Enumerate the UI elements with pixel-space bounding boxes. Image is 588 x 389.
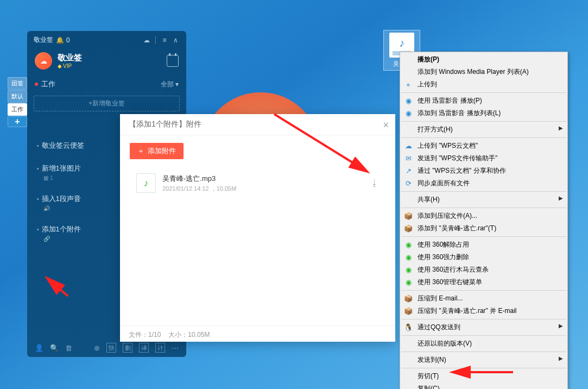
chevron-down-icon[interactable]: ∧ <box>171 36 180 45</box>
menu-xunlei-list[interactable]: ◉ 添加到 迅雷影音 播放列表(L) <box>400 107 567 120</box>
globe-icon: ● <box>403 79 413 89</box>
menu-qq-send[interactable]: 🐧 通过QQ发送到▶ <box>400 321 567 334</box>
sync-icon: ⟳ <box>403 178 413 188</box>
360-icon: ◉ <box>403 277 413 287</box>
menu-wps-sync[interactable]: ⟳ 同步桌面所有文件 <box>400 177 567 190</box>
bell-count: 0 <box>66 36 70 44</box>
left-tabs: 团签 默认 工作 + <box>8 77 27 127</box>
winrar-icon: 📦 <box>403 293 413 303</box>
360-icon: ◉ <box>403 265 413 274</box>
menu-rar-addto[interactable]: 📦 添加到 "吴青峰-逃亡.rar"(T) <box>400 222 567 235</box>
xunlei-icon: ◉ <box>403 108 413 118</box>
menu-icon[interactable]: ≡ <box>160 36 169 45</box>
music-file-icon: ♪ <box>136 173 156 193</box>
cloud-icon[interactable]: ☁ <box>142 36 151 45</box>
category-row: 工作 全部 ▾ <box>27 76 186 93</box>
file-count: 文件：1/10 <box>129 330 161 340</box>
submenu-arrow-icon: ▶ <box>559 195 563 201</box>
app-titlebar: 敬业签 🔔 0 ☁ ≡ ∧ <box>27 31 186 49</box>
category-label: 工作 <box>41 79 55 89</box>
menu-zip-email[interactable]: 📦 压缩到 E-mail... <box>400 292 567 305</box>
menu-360-unlock[interactable]: ◉ 使用 360解除占用 <box>400 239 567 251</box>
calendar-icon[interactable] <box>167 55 179 67</box>
menu-open-with[interactable]: 打开方式(H)▶ <box>400 123 567 136</box>
brand-logo: ☁ <box>35 52 52 70</box>
qq-icon: 🐧 <box>403 322 413 332</box>
menu-cut[interactable]: 剪切(T) <box>400 370 567 382</box>
download-icon[interactable]: ⭳ <box>370 178 379 188</box>
menu-360-delete[interactable]: ◉ 使用 360强力删除 <box>400 251 567 263</box>
tab-add[interactable]: + <box>8 116 27 127</box>
attachment-file-row[interactable]: ♪ 吴青峰-逃亡.mp3 2021/01/12 14:12 ，10.05M ⭳ <box>130 168 385 198</box>
submenu-arrow-icon: ▶ <box>559 323 563 329</box>
bell-icon[interactable]: 🔔 <box>55 36 64 45</box>
menu-send-to[interactable]: 发送到(N)▶ <box>400 354 567 366</box>
share-icon: ↗ <box>403 166 413 175</box>
calc-button[interactable]: 计 <box>155 343 165 353</box>
menu-restore[interactable]: 还原以前的版本(V) <box>400 337 567 350</box>
menu-add-wmp[interactable]: 添加到 Windows Media Player 列表(A) <box>400 66 567 78</box>
menu-play[interactable]: 播放(P) <box>400 53 567 66</box>
menu-wps-send[interactable]: ✉ 发送到 "WPS文件传输助手" <box>400 152 567 165</box>
menu-upload-to[interactable]: ● 上传到 <box>400 78 567 91</box>
add-icon[interactable]: ⊕ <box>94 344 100 352</box>
category-all-button[interactable]: 全部 ▾ <box>161 80 179 89</box>
close-icon[interactable]: × <box>383 120 389 131</box>
cloud-icon: ☁ <box>403 141 413 150</box>
winrar-icon: 📦 <box>403 223 413 233</box>
quick-button[interactable]: 快 <box>106 343 116 353</box>
add-note-button[interactable]: +新增敬业签 <box>34 96 180 111</box>
menu-share[interactable]: 共享(H)▶ <box>400 193 567 206</box>
plus-icon: ＋ <box>137 146 144 156</box>
file-name: 吴青峰-逃亡.mp3 <box>162 174 364 184</box>
submenu-arrow-icon: ▶ <box>559 125 563 131</box>
menu-xunlei-play[interactable]: ◉ 使用 迅雷影音 播放(P) <box>400 95 567 107</box>
user-icon[interactable]: 👤 <box>35 344 43 352</box>
winrar-icon: 📦 <box>403 306 413 316</box>
360-icon: ◉ <box>403 240 413 249</box>
attachment-footer: 文件：1/10 大小：10.05M <box>120 325 395 344</box>
menu-copy[interactable]: 复制(C) <box>400 382 567 389</box>
vip-badge: ◆VIP <box>58 63 82 69</box>
more-icon[interactable]: ⋯ <box>172 344 179 352</box>
translate-button[interactable]: 译 <box>139 343 149 353</box>
submenu-arrow-icon: ▶ <box>559 355 563 361</box>
menu-zip-to-email[interactable]: 📦 压缩到 "吴青峰-逃亡.rar" 并 E-mail <box>400 305 567 317</box>
menu-360-menu[interactable]: ◉ 使用 360管理右键菜单 <box>400 276 567 288</box>
app-title: 敬业签 <box>34 35 53 45</box>
file-size: 大小：10.05M <box>168 330 210 340</box>
context-menu: 播放(P) 添加到 Windows Media Player 列表(A) ● 上… <box>400 52 568 389</box>
xunlei-icon: ◉ <box>403 96 413 105</box>
menu-wps-upload[interactable]: ☁ 上传到 "WPS云文档" <box>400 140 567 152</box>
menu-360-scan[interactable]: ◉ 使用 360进行木马云查杀 <box>400 263 567 276</box>
category-dot <box>35 83 38 86</box>
menu-rar-add[interactable]: 📦 添加到压缩文件(A)... <box>400 210 567 222</box>
tab-work[interactable]: 工作 <box>8 103 27 116</box>
360-icon: ◉ <box>403 252 413 262</box>
winrar-icon: 📦 <box>403 211 413 221</box>
search-icon[interactable]: 🔍 <box>50 344 59 352</box>
attachment-header: 【添加1个附件】附件 × <box>120 114 395 135</box>
delete-button[interactable]: 删 <box>123 343 132 353</box>
menu-wps-share[interactable]: ↗ 通过 "WPS云文档" 分享和协作 <box>400 165 567 177</box>
attachment-panel: 【添加1个附件】附件 × ＋ 添加附件 ♪ 吴青峰-逃亡.mp3 2021/01… <box>120 114 395 342</box>
tab-default[interactable]: 默认 <box>8 90 27 103</box>
brand-row: ☁ 敬业签 ◆VIP <box>27 49 186 76</box>
file-meta: 2021/01/12 14:12 ，10.05M <box>162 185 364 193</box>
add-attachment-button[interactable]: ＋ 添加附件 <box>130 143 184 159</box>
brand-title: 敬业签 <box>58 53 82 63</box>
tab-team[interactable]: 团签 <box>8 77 27 90</box>
send-icon: ✉ <box>403 153 413 163</box>
trash-icon[interactable]: 🗑 <box>65 344 72 352</box>
